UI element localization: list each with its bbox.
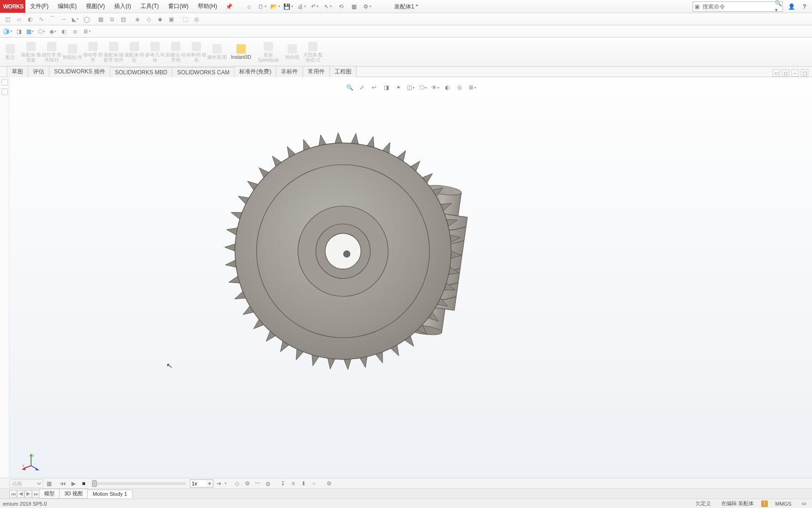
rib-linear-pattern[interactable]: 线性零 部件阵列 bbox=[41, 38, 62, 66]
print-icon[interactable]: 🖨 bbox=[296, 1, 308, 12]
rib-bom[interactable]: 材料明 细表 bbox=[186, 38, 207, 66]
pin-menu-icon[interactable]: 📌 bbox=[222, 3, 236, 10]
display-mode-icon[interactable]: 🖥 bbox=[81, 26, 92, 37]
fm-tab1-icon[interactable] bbox=[1, 79, 8, 86]
feature-manager-collapsed[interactable] bbox=[0, 77, 9, 478]
rebuild-icon[interactable]: ⟲ bbox=[335, 1, 347, 12]
tab-next-icon[interactable]: ▶ bbox=[24, 490, 32, 498]
view-orient-icon[interactable]: ⬡ bbox=[36, 26, 47, 37]
menu-tools[interactable]: 工具(T) bbox=[136, 0, 164, 13]
tab-first-icon[interactable]: ⏮ bbox=[9, 490, 17, 498]
tab-motion-study-1[interactable]: Motion Study 1 bbox=[87, 490, 132, 498]
play-start-icon[interactable]: ⏮ bbox=[58, 479, 68, 488]
result-icon[interactable]: ≡ bbox=[289, 479, 298, 488]
orientation-triad[interactable]: y x bbox=[22, 452, 40, 470]
undo-icon[interactable]: ↶ bbox=[309, 1, 321, 12]
tab-sw-mbd[interactable]: SOLIDWORKS MBD bbox=[110, 67, 172, 77]
tb-d4-icon[interactable]: ⬚ bbox=[180, 14, 191, 24]
home-icon[interactable]: ⌂ bbox=[243, 1, 255, 12]
tb-d1-icon[interactable]: ◇ bbox=[143, 14, 154, 24]
prev-view-icon[interactable]: ↩ bbox=[368, 83, 380, 92]
tab-std-parts[interactable]: 标准件(免费) bbox=[234, 66, 276, 77]
win-max-icon[interactable]: ◻ bbox=[782, 69, 789, 77]
gravity-icon[interactable]: ⬇ bbox=[299, 479, 308, 488]
status-extra-icon[interactable]: ▭ bbox=[799, 500, 809, 507]
scene-icon[interactable]: ◐ bbox=[442, 83, 453, 92]
search-input[interactable] bbox=[701, 3, 775, 10]
command-search[interactable]: ▣ 🔍▾ bbox=[693, 1, 783, 12]
graphics-viewport[interactable]: 🔍 ⤢ ↩ ◨ ✦ ◫ ⬡ 👁 ◐ ◎ 🖥 bbox=[9, 77, 812, 478]
user-icon[interactable]: 👤 bbox=[787, 2, 796, 11]
display-style-dd-icon[interactable]: ◫ bbox=[405, 83, 416, 92]
rib-new-motion[interactable]: 新建运 动算例 bbox=[165, 38, 186, 66]
motion-calc-icon[interactable]: ▦ bbox=[44, 479, 54, 488]
win-close-icon[interactable]: ▢ bbox=[801, 69, 808, 77]
select-icon[interactable]: ↖ bbox=[322, 1, 334, 12]
new-icon[interactable]: 🗋 bbox=[256, 1, 268, 12]
tb-pattern-icon[interactable]: ▦ bbox=[95, 14, 106, 24]
force-icon[interactable]: ↧ bbox=[278, 479, 288, 488]
motor-icon[interactable]: ⚙ bbox=[242, 479, 252, 488]
rib-preview[interactable]: 装配体 预览窗 bbox=[21, 38, 41, 66]
menu-insert[interactable]: 插入(I) bbox=[109, 0, 135, 13]
stop-icon[interactable]: ■ bbox=[79, 479, 88, 488]
tb-ref-icon[interactable]: ▤ bbox=[117, 14, 129, 24]
speed-input[interactable] bbox=[190, 481, 206, 486]
rib-mate[interactable]: 配合 bbox=[0, 38, 21, 66]
help-icon[interactable]: ? bbox=[800, 2, 809, 11]
win-tile-icon[interactable]: ▭ bbox=[773, 69, 780, 77]
speed-dropdown-icon[interactable]: ▾ bbox=[206, 480, 213, 487]
menu-help[interactable]: 帮助(H) bbox=[193, 0, 222, 13]
tb-d5-icon[interactable]: ◎ bbox=[191, 14, 202, 24]
tab-nonstd-parts[interactable]: 非标件 bbox=[276, 66, 303, 77]
open-icon[interactable]: 📂 bbox=[269, 1, 281, 12]
rib-large-assembly[interactable]: 大型装 配体模 式 bbox=[303, 38, 323, 66]
rib-assembly-feature[interactable]: 装配体 特征 bbox=[124, 38, 145, 66]
menu-view[interactable]: 视图(V) bbox=[81, 0, 109, 13]
rib-reference-geometry[interactable]: 参考几 何体 bbox=[145, 38, 165, 66]
menu-edit[interactable]: 编辑(E) bbox=[53, 0, 81, 13]
tab-last-icon[interactable]: ⏭ bbox=[32, 490, 39, 498]
box-select-icon[interactable]: ▦ bbox=[24, 26, 36, 37]
win-min-icon[interactable]: – bbox=[791, 69, 799, 77]
tb-surface-icon[interactable]: ◐ bbox=[24, 14, 36, 24]
plot-icon[interactable]: ○ bbox=[309, 479, 319, 488]
search-icon[interactable]: 🔍▾ bbox=[775, 0, 782, 13]
view-settings-icon[interactable]: ◎ bbox=[454, 83, 465, 92]
spring-icon[interactable]: 〰 bbox=[253, 479, 262, 488]
section-view-icon[interactable]: ◨ bbox=[381, 83, 392, 92]
search-scope-icon[interactable]: ▣ bbox=[693, 3, 701, 10]
rib-snapshot[interactable]: 拍快照 bbox=[282, 38, 303, 66]
hide-show-dd-icon[interactable]: ⬡ bbox=[417, 83, 429, 92]
menu-window[interactable]: 窗口(W) bbox=[164, 0, 193, 13]
motion-mode-select[interactable]: 动画 bbox=[9, 479, 43, 488]
dynamic-icon[interactable]: ✦ bbox=[393, 83, 404, 92]
rib-speedpak[interactable]: 更新 Speedpak bbox=[255, 38, 282, 66]
zoom-area-icon[interactable]: ⤢ bbox=[356, 83, 367, 92]
rib-move-component[interactable]: 移动零 部件 bbox=[83, 38, 103, 66]
status-warning-icon[interactable]: ! bbox=[761, 500, 768, 507]
options-icon[interactable]: ▦ bbox=[348, 1, 360, 12]
tb-d2-icon[interactable]: ◆ bbox=[154, 14, 165, 24]
playback-speed[interactable]: ▾ bbox=[190, 479, 213, 488]
save-icon[interactable]: 💾 bbox=[282, 1, 295, 12]
gview-icon[interactable]: 🧊 bbox=[2, 26, 13, 37]
tb-sweep-icon[interactable]: ∿ bbox=[36, 14, 47, 24]
contact-icon[interactable]: ◍ bbox=[263, 479, 273, 488]
play-icon[interactable]: ▶ bbox=[69, 479, 78, 488]
tb-d3-icon[interactable]: ▣ bbox=[165, 14, 177, 24]
rib-instant3d[interactable]: Instant3D bbox=[227, 38, 255, 66]
show-hide-icon[interactable]: ◉ bbox=[47, 26, 58, 37]
tab-common-parts[interactable]: 常用件 bbox=[303, 66, 330, 77]
zoom-fit-icon[interactable]: 🔍 bbox=[344, 83, 355, 92]
settings-icon[interactable]: ⚙ bbox=[361, 1, 374, 12]
status-units[interactable]: MMGS bbox=[773, 501, 794, 507]
rib-smart-fastener[interactable]: 智能扣 件 bbox=[62, 38, 83, 66]
tab-sw-addins[interactable]: SOLIDWORKS 插件 bbox=[49, 66, 110, 77]
appearance-dd-icon[interactable]: 👁 bbox=[429, 83, 441, 92]
rib-exploded-view[interactable]: 爆炸视 图 bbox=[207, 38, 227, 66]
display-style-icon[interactable]: ◐ bbox=[58, 26, 70, 37]
section-icon[interactable]: ◨ bbox=[13, 26, 24, 37]
tb-chamfer-icon[interactable]: ◣ bbox=[70, 14, 81, 24]
tab-model[interactable]: 模型 bbox=[39, 489, 60, 499]
